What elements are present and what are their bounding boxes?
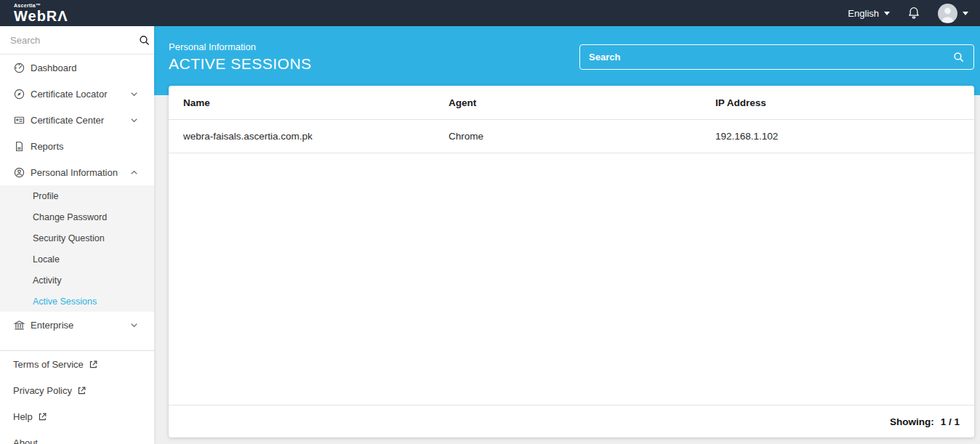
bank-icon [13, 319, 25, 331]
sidebar-item-profile[interactable]: Profile [0, 185, 154, 206]
sidebar-item-security-question[interactable]: Security Question [0, 227, 154, 249]
privacy-policy-link[interactable]: Privacy Policy [0, 377, 154, 403]
breadcrumb: Personal Information [169, 41, 312, 52]
table-row[interactable]: webra-faisals.ascertia.com.pk Chrome 192… [169, 120, 974, 153]
sidebar-item-label: Reports [31, 141, 64, 152]
table-search-input[interactable] [589, 52, 952, 62]
help-link[interactable]: Help [0, 403, 154, 429]
sidebar-item-label: Personal Information [31, 167, 118, 178]
personal-information-submenu: Profile Change Password Security Questio… [0, 185, 154, 312]
chevron-up-icon [129, 167, 140, 178]
brand-product: WebRΛ [14, 9, 68, 23]
external-link-icon [77, 386, 87, 395]
showing-label: Showing: [890, 416, 934, 427]
gauge-icon [13, 62, 25, 74]
person-icon [13, 166, 25, 179]
sidebar-item-locale[interactable]: Locale [0, 249, 154, 270]
search-icon[interactable] [952, 51, 965, 63]
link-label: About [13, 437, 38, 444]
column-header-name: Name [183, 97, 449, 108]
avatar [938, 4, 957, 23]
sidebar-item-label: Certificate Locator [31, 89, 108, 100]
page-header-band: Personal Information ACTIVE SESSIONS [154, 26, 980, 95]
table-header-row: Name Agent IP Address [169, 86, 974, 120]
sidebar-item-certificate-center[interactable]: Certificate Center [0, 107, 154, 133]
link-label: Terms of Service [13, 359, 84, 370]
table-footer: Showing: 1 / 1 [169, 405, 974, 437]
column-header-ip-address: IP Address [715, 97, 960, 108]
cell-name: webra-faisals.ascertia.com.pk [183, 131, 449, 142]
search-icon[interactable] [138, 34, 150, 47]
sidebar-search [0, 26, 154, 55]
document-icon [13, 140, 25, 153]
external-link-icon [89, 360, 98, 369]
language-selector[interactable]: English [848, 8, 890, 19]
sidebar-search-input[interactable] [10, 35, 138, 46]
terms-of-service-link[interactable]: Terms of Service [0, 351, 154, 377]
sidebar-item-personal-information[interactable]: Personal Information [0, 159, 154, 185]
chevron-down-icon [129, 115, 140, 126]
brand-company: Ascertia™ [14, 3, 68, 8]
sidebar-item-activity[interactable]: Activity [0, 270, 154, 291]
chevron-down-icon [129, 320, 140, 331]
page-title-block: Personal Information ACTIVE SESSIONS [169, 41, 312, 73]
sidebar-item-certificate-locator[interactable]: Certificate Locator [0, 81, 154, 107]
cell-ip-address: 192.168.1.102 [715, 131, 960, 142]
language-label: English [848, 8, 879, 19]
user-menu[interactable] [938, 4, 968, 23]
person-silhouette-icon [938, 4, 957, 23]
bell-icon [907, 6, 921, 20]
sessions-card: Name Agent IP Address webra-faisals.asce… [169, 86, 974, 437]
sidebar-item-label: Certificate Center [31, 115, 104, 126]
link-label: Privacy Policy [13, 385, 72, 396]
main-content: Personal Information ACTIVE SESSIONS Nam… [154, 26, 980, 444]
sidebar-item-dashboard[interactable]: Dashboard [0, 55, 154, 81]
card-empty-space [169, 153, 974, 405]
sidebar-item-label: Enterprise [31, 320, 73, 331]
caret-down-icon [884, 12, 890, 15]
notifications-button[interactable] [906, 5, 922, 21]
sidebar-item-active-sessions[interactable]: Active Sessions [0, 291, 154, 312]
chevron-down-icon [129, 89, 140, 100]
sidebar-item-enterprise[interactable]: Enterprise [0, 312, 154, 338]
topbar-actions: English [848, 4, 968, 23]
cell-agent: Chrome [449, 131, 715, 142]
about-link[interactable]: About [0, 429, 154, 444]
topbar: Ascertia™ WebRΛ English [0, 0, 980, 26]
brand-logo[interactable]: Ascertia™ WebRΛ [14, 3, 68, 23]
external-link-icon [38, 412, 47, 421]
column-header-agent: Agent [449, 97, 715, 108]
table-search [579, 44, 974, 70]
sidebar-item-change-password[interactable]: Change Password [0, 206, 154, 227]
card-icon [13, 114, 25, 126]
showing-count: 1 / 1 [941, 416, 960, 427]
sidebar-item-reports[interactable]: Reports [0, 133, 154, 159]
link-label: Help [13, 411, 33, 422]
sidebar-item-label: Dashboard [31, 62, 77, 73]
sidebar: Dashboard Certificate Locator Certificat… [0, 26, 154, 444]
compass-icon [13, 88, 25, 100]
page-title: ACTIVE SESSIONS [169, 55, 312, 73]
caret-down-icon [963, 12, 968, 15]
